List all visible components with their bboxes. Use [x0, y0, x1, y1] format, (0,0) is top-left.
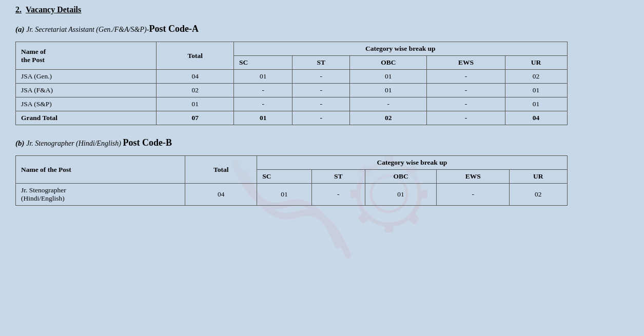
- post-name: JSA (S&P): [16, 97, 157, 111]
- total-val: 04: [157, 70, 234, 84]
- col-obc-header-b: OBC: [365, 170, 437, 184]
- svg-rect-7: [358, 211, 370, 224]
- sc-val: -: [234, 84, 292, 97]
- total-val-b: 04: [185, 184, 257, 206]
- st-val: -: [292, 97, 350, 111]
- category-header-b: Category wise break up: [257, 156, 567, 170]
- section-title-text: Vacancy Details: [26, 5, 81, 14]
- col-ur-header-b: UR: [509, 170, 567, 184]
- ews-val: -: [427, 70, 505, 84]
- svg-rect-3: [385, 222, 393, 232]
- subsection-a-italic: Jr. Secretariat Assistant (Gen./F&A/S&P)…: [26, 26, 149, 33]
- grand-total-obc: 02: [350, 111, 427, 125]
- post-name-b: Jr. Stenographer(Hindi/English): [16, 184, 185, 206]
- ews-val: -: [427, 84, 505, 97]
- st-val-b: -: [311, 184, 365, 206]
- post-name: JSA (Gen.): [16, 70, 157, 84]
- ur-val-b: 02: [509, 184, 567, 206]
- ur-val: 01: [505, 97, 567, 111]
- svg-rect-8: [406, 211, 419, 224]
- section-number: 2.: [15, 5, 22, 14]
- grand-total-sc: 01: [234, 111, 292, 125]
- subsection-b-title: (b) Jr. Stenographer (Hindi/English) Pos…: [15, 137, 629, 148]
- category-header: Category wise break up: [234, 42, 567, 56]
- subsection-a-title: (a) Jr. Secretariat Assistant (Gen./F&A/…: [15, 24, 629, 34]
- col-post-header-b: Name of the Post: [16, 156, 185, 184]
- col-sc-header: SC: [234, 56, 292, 70]
- subsection-b-label: (b): [15, 139, 26, 147]
- col-st-header: ST: [292, 56, 350, 70]
- grand-total-label: Grand Total: [16, 111, 157, 125]
- sc-val: 01: [234, 70, 292, 84]
- table-b: Name of the Post Total Category wise bre…: [15, 155, 568, 206]
- ur-val: 01: [505, 84, 567, 97]
- section-title: 2. Vacancy Details: [15, 5, 629, 14]
- col-obc-header: OBC: [350, 56, 427, 70]
- col-sc-header-b: SC: [257, 170, 311, 184]
- col-ur-header: UR: [505, 56, 567, 70]
- table-row: Jr. Stenographer(Hindi/English) 04 01 - …: [16, 184, 568, 206]
- subsection-b: (b) Jr. Stenographer (Hindi/English) Pos…: [15, 137, 629, 206]
- col-post-header: Name ofthe Post: [16, 42, 157, 70]
- table-row: JSA (Gen.) 04 01 - 01 - 02: [16, 70, 568, 84]
- table-row: JSA (F&A) 02 - - 01 - 01: [16, 84, 568, 97]
- table-row: JSA (S&P) 01 - - - - 01: [16, 97, 568, 111]
- total-val: 02: [157, 84, 234, 97]
- st-val: -: [292, 70, 350, 84]
- grand-total-st: -: [292, 111, 350, 125]
- subsection-b-bold: Post Code-B: [123, 137, 172, 148]
- obc-val-b: 01: [365, 184, 437, 206]
- total-val: 01: [157, 97, 234, 111]
- subsection-b-italic: Jr. Stenographer (Hindi/English): [26, 140, 123, 147]
- obc-val: -: [350, 97, 427, 111]
- col-ews-header: EWS: [427, 56, 505, 70]
- st-val: -: [292, 84, 350, 97]
- subsection-a-label: (a): [15, 25, 26, 33]
- grand-total-ur: 04: [505, 111, 567, 125]
- obc-val: 01: [350, 84, 427, 97]
- col-total-header: Total: [157, 42, 234, 70]
- subsection-a: (a) Jr. Secretariat Assistant (Gen./F&A/…: [15, 24, 629, 125]
- subsection-a-bold: Post Code-A: [149, 24, 199, 34]
- table-a: Name ofthe Post Total Category wise brea…: [15, 42, 568, 125]
- sc-val: -: [234, 97, 292, 111]
- post-name: JSA (F&A): [16, 84, 157, 97]
- grand-total-ews: -: [427, 111, 505, 125]
- col-st-header-b: ST: [311, 170, 365, 184]
- grand-total-row: Grand Total 07 01 - 02 - 04: [16, 111, 568, 125]
- col-ews-header-b: EWS: [437, 170, 510, 184]
- obc-val: 01: [350, 70, 427, 84]
- ews-val-b: -: [437, 184, 510, 206]
- col-total-header-b: Total: [185, 156, 257, 184]
- ews-val: -: [427, 97, 505, 111]
- sc-val-b: 01: [257, 184, 311, 206]
- ur-val: 02: [505, 70, 567, 84]
- grand-total-total: 07: [157, 111, 234, 125]
